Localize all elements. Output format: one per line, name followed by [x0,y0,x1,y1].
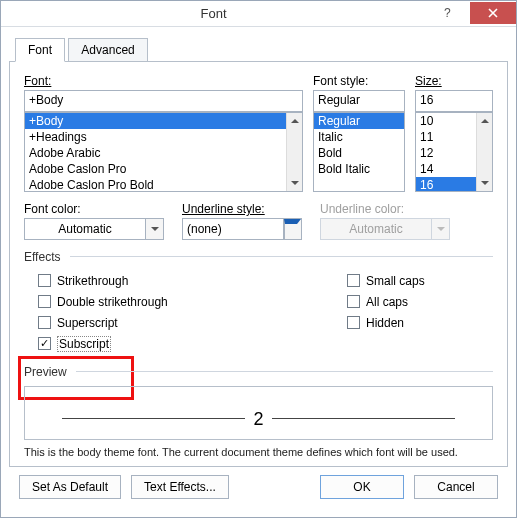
cancel-button[interactable]: Cancel [414,475,498,499]
subscript-checkbox[interactable]: Subscript [38,334,347,353]
size-list[interactable]: 10 11 12 14 16 [415,112,493,192]
titlebar: Font ? [1,1,516,27]
close-button[interactable] [470,2,516,24]
font-style-label: Font style: [313,74,405,88]
tab-advanced[interactable]: Advanced [68,38,147,61]
size-input[interactable]: 16 [415,90,493,112]
list-item[interactable]: Italic [314,129,404,145]
set-as-default-button[interactable]: Set As Default [19,475,121,499]
chevron-down-icon [431,219,449,239]
font-style-list[interactable]: Regular Italic Bold Bold Italic [313,112,405,192]
double-strikethrough-checkbox[interactable]: Double strikethrough [38,292,347,311]
tab-panel-font: Font: +Body +Body +Headings Adobe Arabic… [9,61,508,467]
underline-color-combo: Automatic [320,218,450,240]
ok-button[interactable]: OK [320,475,404,499]
superscript-checkbox[interactable]: Superscript [38,313,347,332]
list-item[interactable]: Bold Italic [314,161,404,177]
list-item[interactable]: Adobe Arabic [25,145,302,161]
list-item[interactable]: +Body [25,113,302,129]
font-label: Font: [24,74,303,88]
button-bar: Set As Default Text Effects... OK Cancel [9,467,508,509]
font-list[interactable]: +Body +Headings Adobe Arabic Adobe Caslo… [24,112,303,192]
small-caps-checkbox[interactable]: Small caps [347,271,487,290]
dialog-title: Font [1,6,426,21]
preview-box: 2 [24,386,493,440]
preview-group-label: Preview [24,365,493,379]
preview-footnote: This is the body theme font. The current… [24,446,493,458]
all-caps-checkbox[interactable]: All caps [347,292,487,311]
underline-color-label: Underline color: [320,202,450,216]
tab-font[interactable]: Font [15,38,65,62]
chevron-down-icon [145,219,163,239]
font-color-label: Font color: [24,202,164,216]
underline-style-label: Underline style: [182,202,302,216]
svg-text:?: ? [444,7,451,19]
list-item[interactable]: Bold [314,145,404,161]
list-item[interactable]: +Headings [25,129,302,145]
font-color-combo[interactable]: Automatic [24,218,164,240]
scrollbar[interactable] [286,113,302,191]
tabstrip: Font Advanced [15,37,508,61]
chevron-down-icon [283,219,301,239]
hidden-checkbox[interactable]: Hidden [347,313,487,332]
strikethrough-checkbox[interactable]: Strikethrough [38,271,347,290]
help-button[interactable]: ? [426,2,470,24]
list-item[interactable]: Adobe Caslon Pro [25,161,302,177]
size-label: Size: [415,74,493,88]
font-dialog: Font ? Font Advanced Font: +Body +Body +… [0,0,517,518]
list-item[interactable]: Regular [314,113,404,129]
preview-text: 2 [253,409,263,430]
font-input[interactable]: +Body [24,90,303,112]
list-item[interactable]: Adobe Caslon Pro Bold [25,177,302,192]
text-effects-button[interactable]: Text Effects... [131,475,229,499]
effects-group-label: Effects [24,250,493,264]
scrollbar[interactable] [476,113,492,191]
underline-style-combo[interactable]: (none) [182,218,302,240]
font-style-input[interactable]: Regular [313,90,405,112]
